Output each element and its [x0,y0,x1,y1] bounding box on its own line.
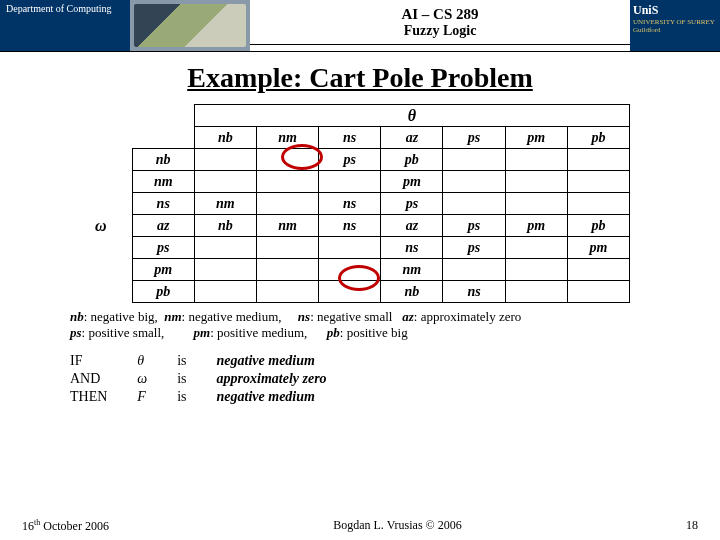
example-rule: IF AND THEN θ ω F is is is negative medi… [70,352,670,407]
course-topic: Fuzzy Logic [404,23,477,39]
footer-author: Bogdan L. Vrusias © 2006 [333,518,462,534]
col-nm: nm [256,127,318,149]
uni-sub1: UNIVERSITY OF SURREY [633,18,717,26]
uni-sub2: Guildford [633,26,717,34]
row-nm-label: nm [132,171,194,193]
row-ps-label: ps [132,237,194,259]
university-logo: UniS UNIVERSITY OF SURREY Guildford [630,0,720,51]
dept-banner: Department of Computing [0,0,130,51]
omega-header: ω [70,149,132,303]
fuzzy-rule-table: θ nb nm ns az ps pm pb ω nb pspb nm pm n… [70,104,630,303]
col-az: az [381,127,443,149]
row-az-label: az [132,215,194,237]
footer-date: 16th October 2006 [22,518,109,534]
col-pb: pb [567,127,629,149]
col-nb: nb [194,127,256,149]
slide-header: Department of Computing AI – CS 289 Fuzz… [0,0,720,52]
header-photo [130,0,250,51]
footer-page: 18 [686,518,698,534]
col-ps: ps [443,127,505,149]
col-pm: pm [505,127,567,149]
course-code: AI – CS 289 [401,6,478,23]
theta-header: θ [194,105,629,127]
row-nb-label: nb [132,149,194,171]
slide-footer: 16th October 2006 Bogdan L. Vrusias © 20… [0,518,720,534]
slide-title: Example: Cart Pole Problem [0,62,720,94]
content: θ nb nm ns az ps pm pb ω nb pspb nm pm n… [0,94,720,406]
uni-name: UniS [633,3,717,18]
row-pm-label: pm [132,259,194,281]
row-ns-label: ns [132,193,194,215]
row-pb-label: pb [132,281,194,303]
header-center: AI – CS 289 Fuzzy Logic [250,0,630,51]
legend: nb: negative big, nm: negative medium, n… [70,309,670,342]
col-ns: ns [319,127,381,149]
